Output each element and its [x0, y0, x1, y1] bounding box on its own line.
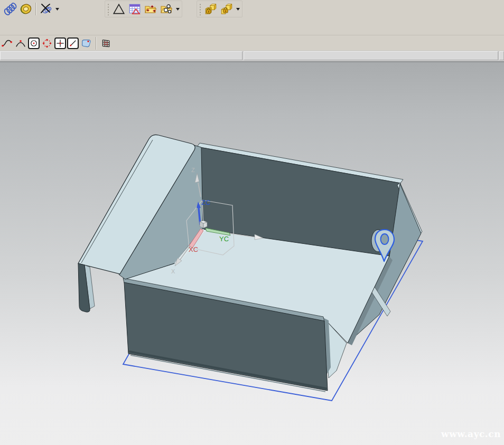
toolbar-group-analysis-tools [105, 1, 182, 17]
toolbar-grip[interactable] [199, 3, 201, 15]
model-canvas: Z X ZC YC XC [0, 62, 504, 445]
wcs-origin-cube [200, 221, 207, 228]
datum-x-label: X [171, 268, 175, 274]
dropdown-arrow[interactable] [235, 2, 240, 16]
end-point-snap-icon [1, 37, 13, 49]
toolbar-area [0, 0, 504, 51]
wcs-xc-label: XC [189, 245, 198, 253]
datum-z-label: Z [191, 167, 195, 173]
grid-point-snap-icon [101, 38, 111, 49]
group-circles-tool-button[interactable] [159, 2, 174, 16]
circles-folder-icon [160, 2, 173, 16]
toolbar-group-lock-tools [197, 1, 242, 17]
end-point-snap-button[interactable] [1, 37, 13, 50]
point-set-tool-button[interactable] [143, 2, 158, 16]
quadrant-point-snap-icon [41, 37, 53, 49]
toolbar-group-spring-tools [0, 1, 62, 17]
graphics-viewport[interactable]: Z X ZC YC XC www.ayc.cn [0, 61, 504, 445]
spring-tool-button[interactable] [3, 2, 17, 16]
triangle-tool-button[interactable] [111, 2, 126, 16]
toolbar-separator [96, 37, 97, 50]
cue-bar-stub [499, 51, 504, 60]
lock-tool-button[interactable] [203, 2, 218, 16]
toolbar-grip[interactable] [107, 3, 109, 15]
locked-boxes-icon [204, 2, 218, 16]
spring-icon [3, 2, 17, 16]
point-on-curve-snap-icon [68, 38, 78, 49]
mid-point-snap-button[interactable] [14, 37, 27, 50]
watermark: www.ayc.cn [441, 429, 501, 439]
coil-tool-button[interactable] [18, 2, 33, 16]
point-on-curve-snap-button[interactable] [67, 37, 79, 49]
top-toolbar-row [0, 0, 504, 18]
snap-toolbar-row [0, 35, 504, 51]
point-on-face-snap-icon [80, 37, 92, 49]
spreadsheet-tool-button[interactable] [127, 2, 142, 16]
lock-alt-tool-button[interactable] [219, 2, 234, 16]
center-point-snap-icon [29, 38, 39, 49]
grid-point-snap-button[interactable] [100, 37, 113, 50]
point-set-folder-icon [144, 2, 157, 16]
sheet-metal-part[interactable] [78, 135, 422, 392]
cue-bar [0, 51, 504, 61]
point-on-face-snap-button[interactable] [80, 37, 92, 50]
triangle-icon [112, 2, 126, 16]
mid-point-snap-icon [15, 37, 26, 49]
dropdown-arrow[interactable] [54, 2, 60, 16]
cut-spring-icon [39, 2, 53, 16]
cut-spring-tool-button[interactable] [39, 2, 53, 16]
center-point-snap-button[interactable] [28, 37, 40, 49]
wcs-zc-label: ZC [201, 198, 210, 206]
quadrant-point-snap-button[interactable] [41, 37, 53, 50]
status-message-panel [244, 51, 498, 60]
coil-icon [19, 2, 33, 16]
intersection-point-snap-icon [55, 38, 65, 49]
wcs-yc-label: YC [219, 235, 229, 243]
intersection-point-snap-button[interactable] [54, 37, 66, 49]
toolbar-separator [35, 3, 36, 15]
lug-hole [381, 234, 389, 244]
spreadsheet-icon [128, 2, 142, 16]
locked-boxes-alt-icon [220, 2, 234, 16]
dropdown-arrow[interactable] [175, 2, 180, 16]
cue-message-panel [0, 51, 242, 60]
